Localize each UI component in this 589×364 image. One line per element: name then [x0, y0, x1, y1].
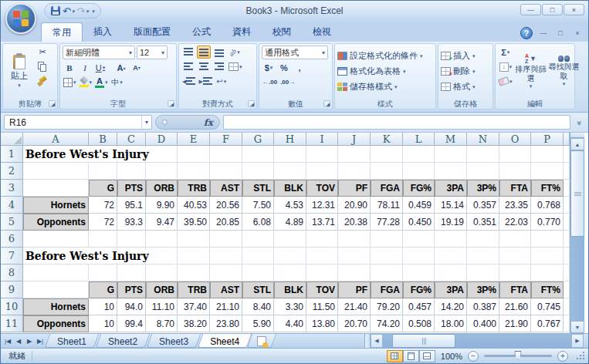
- cell-C8[interactable]: [117, 265, 146, 281]
- column-header-A[interactable]: A: [23, 133, 89, 146]
- row-header-3[interactable]: 3: [1, 180, 23, 197]
- scroll-left-button[interactable]: ◀: [371, 334, 383, 348]
- cell-O11[interactable]: 21.90: [499, 315, 531, 332]
- ribbon-tab-常用[interactable]: 常用: [41, 22, 83, 42]
- cell-M2[interactable]: [435, 163, 467, 180]
- borders-button[interactable]: ▾: [63, 76, 77, 89]
- cell-J5[interactable]: 20.38: [338, 214, 371, 231]
- cell-B4[interactable]: 72: [89, 197, 117, 214]
- minimize-button[interactable]: —: [520, 4, 541, 15]
- copy-button[interactable]: [36, 60, 49, 73]
- font-dialog-launcher[interactable]: ◢: [168, 100, 174, 107]
- cell-K10[interactable]: 79.20: [371, 298, 403, 315]
- row-header-4[interactable]: 4: [1, 197, 23, 214]
- cell-O1[interactable]: [499, 146, 531, 163]
- cell-D2[interactable]: [146, 163, 178, 180]
- cell-A7[interactable]: Before West's Injury: [23, 248, 89, 265]
- cell-H7[interactable]: [274, 248, 306, 265]
- cell-J1[interactable]: [338, 146, 371, 163]
- cell-G2[interactable]: [242, 163, 274, 180]
- cell-N10[interactable]: 0.387: [467, 298, 499, 315]
- cell-O7[interactable]: [499, 248, 531, 265]
- column-header-G[interactable]: G: [242, 133, 274, 146]
- cell-E6[interactable]: [178, 231, 210, 248]
- cell-F1[interactable]: [210, 146, 242, 163]
- redo-button[interactable]: ↷▾: [76, 6, 88, 16]
- ribbon-tab-校閱[interactable]: 校閱: [262, 22, 302, 42]
- vertical-scroll-track[interactable]: [570, 150, 584, 321]
- insert-worksheet-button[interactable]: [249, 334, 274, 348]
- cell-F4[interactable]: 20.56: [210, 197, 242, 214]
- cell-N11[interactable]: 0.400: [467, 315, 499, 332]
- cell-B2[interactable]: [89, 163, 117, 180]
- zoom-slider-track[interactable]: [484, 355, 552, 357]
- cell-C11[interactable]: 99.4: [117, 315, 146, 332]
- wrap-text-button[interactable]: ↩▾: [215, 75, 228, 88]
- find-select-button[interactable]: 尋找與選取 ▾: [549, 46, 580, 97]
- cell-L4[interactable]: 0.459: [403, 197, 435, 214]
- cell-D9[interactable]: ORB: [146, 281, 178, 298]
- insert-cells-button[interactable]: +插入▾: [441, 49, 490, 63]
- cell-L6[interactable]: [403, 231, 435, 248]
- cell-P8[interactable]: [531, 265, 564, 281]
- cell-D4[interactable]: 9.90: [146, 197, 178, 214]
- cell-E9[interactable]: TRB: [178, 281, 210, 298]
- column-header-O[interactable]: O: [499, 133, 531, 146]
- cell-P1[interactable]: [531, 146, 564, 163]
- middle-align-button[interactable]: [197, 46, 211, 59]
- cell-C9[interactable]: PTS: [117, 281, 146, 298]
- cell-K2[interactable]: [371, 163, 403, 180]
- row-header-6[interactable]: 6: [1, 231, 23, 248]
- resize-grip[interactable]: [575, 351, 585, 361]
- workbook-close-button[interactable]: ×: [570, 28, 585, 39]
- cell-H6[interactable]: [274, 231, 306, 248]
- cell-F7[interactable]: [210, 248, 242, 265]
- cell-E2[interactable]: [178, 163, 210, 180]
- horizontal-scroll-track[interactable]: [383, 334, 571, 348]
- bold-button[interactable]: B: [63, 61, 76, 74]
- cell-O9[interactable]: FTA: [499, 281, 531, 298]
- cell-D5[interactable]: 9.47: [146, 214, 178, 231]
- cell-N3[interactable]: 3P%: [467, 180, 499, 197]
- cell-P2[interactable]: [531, 163, 564, 180]
- cell-E11[interactable]: 38.20: [178, 315, 210, 332]
- cell-A4[interactable]: Hornets: [23, 197, 89, 214]
- cell-J11[interactable]: 20.70: [338, 315, 371, 332]
- column-header-F[interactable]: F: [210, 133, 242, 146]
- cell-C5[interactable]: 93.3: [117, 214, 146, 231]
- cell-O3[interactable]: FTA: [499, 180, 531, 197]
- cell-B8[interactable]: [89, 265, 117, 281]
- currency-format-button[interactable]: $▾: [262, 61, 276, 74]
- cell-A3[interactable]: [23, 180, 89, 197]
- column-header-L[interactable]: L: [403, 133, 435, 146]
- cut-button[interactable]: ✂: [36, 46, 49, 59]
- clipboard-dialog-launcher[interactable]: ◢: [49, 100, 56, 107]
- cell-C6[interactable]: [117, 231, 146, 248]
- number-dialog-launcher[interactable]: ◢: [323, 100, 330, 107]
- cell-P9[interactable]: FT%: [531, 281, 564, 298]
- scroll-up-button[interactable]: ▲: [570, 138, 584, 150]
- cell-N1[interactable]: [467, 146, 499, 163]
- cell-N4[interactable]: 0.357: [467, 197, 499, 214]
- cell-J7[interactable]: [338, 248, 371, 265]
- cell-D10[interactable]: 11.10: [146, 298, 178, 315]
- workbook-minimize-button[interactable]: —: [536, 28, 551, 39]
- cell-G4[interactable]: 7.50: [242, 197, 274, 214]
- cell-K5[interactable]: 77.28: [371, 214, 403, 231]
- row-header-7[interactable]: 7: [1, 248, 23, 265]
- row-header-8[interactable]: 8: [1, 265, 23, 281]
- cell-K9[interactable]: FGA: [371, 281, 403, 298]
- cell-A11[interactable]: Opponents: [23, 315, 89, 332]
- alignment-dialog-launcher[interactable]: ◢: [248, 100, 255, 107]
- cell-F11[interactable]: 23.80: [210, 315, 242, 332]
- font-color-button[interactable]: A▾: [94, 76, 109, 89]
- top-align-button[interactable]: [181, 46, 195, 59]
- cell-A9[interactable]: [23, 281, 89, 298]
- prev-sheet-button[interactable]: ◀: [13, 338, 24, 345]
- cell-M10[interactable]: 14.20: [435, 298, 467, 315]
- cell-J4[interactable]: 20.90: [338, 197, 371, 214]
- sheet-tab-sheet1[interactable]: Sheet1: [47, 334, 96, 348]
- zoom-level-text[interactable]: 100%: [439, 352, 464, 361]
- sort-filter-button[interactable]: AZ▼ 排序與篩選 ▾: [516, 46, 547, 97]
- vertical-split-handle[interactable]: [570, 133, 584, 138]
